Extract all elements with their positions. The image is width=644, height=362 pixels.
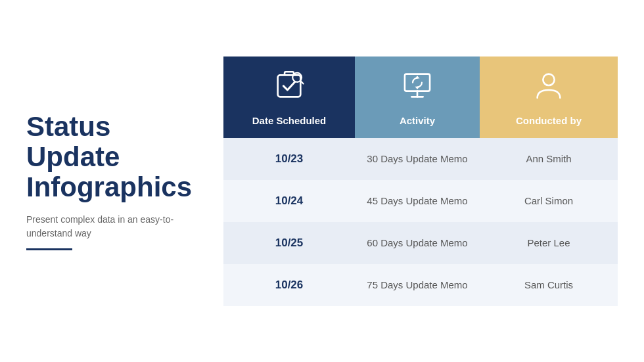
cell-conducted-by: Carl Simon <box>480 180 618 222</box>
table-row: 10/2675 Days Update MemoSam Curtis <box>223 264 618 306</box>
table-header: Date Scheduled <box>223 57 618 138</box>
monitor-refresh-icon <box>400 68 434 110</box>
table-area: Date Scheduled <box>223 57 618 306</box>
cell-conducted-by: Ann Smith <box>480 138 618 180</box>
cell-date: 10/25 <box>223 222 355 264</box>
left-panel: Status Update Infographics Present compl… <box>26 112 223 251</box>
cell-date: 10/23 <box>223 138 355 180</box>
cell-activity: 30 Days Update Memo <box>355 138 480 180</box>
activity-column-label: Activity <box>400 115 435 126</box>
table-row: 10/2445 Days Update MemoCarl Simon <box>223 180 618 222</box>
cell-date: 10/26 <box>223 264 355 306</box>
conducted-column-header: Conducted by <box>480 57 618 138</box>
title-divider <box>26 248 72 250</box>
calendar-check-icon <box>272 68 306 110</box>
cell-date: 10/24 <box>223 180 355 222</box>
person-icon <box>532 68 566 110</box>
cell-activity: 60 Days Update Memo <box>355 222 480 264</box>
svg-marker-6 <box>415 76 420 78</box>
cell-activity: 45 Days Update Memo <box>355 180 480 222</box>
svg-rect-0 <box>278 75 301 97</box>
activity-column-header: Activity <box>355 57 480 138</box>
cell-activity: 75 Days Update Memo <box>355 264 480 306</box>
svg-marker-7 <box>415 86 420 89</box>
cell-conducted-by: Peter Lee <box>480 222 618 264</box>
date-column-header: Date Scheduled <box>223 57 355 138</box>
table-body: 10/2330 Days Update MemoAnn Smith10/2445… <box>223 138 618 306</box>
table-row: 10/2560 Days Update MemoPeter Lee <box>223 222 618 264</box>
table-row: 10/2330 Days Update MemoAnn Smith <box>223 138 618 180</box>
date-column-label: Date Scheduled <box>252 115 327 126</box>
cell-conducted-by: Sam Curtis <box>480 264 618 306</box>
conducted-column-label: Conducted by <box>516 115 582 126</box>
subtitle: Present complex data in an easy-to-under… <box>26 213 210 240</box>
page-title: Status Update Infographics <box>26 112 210 203</box>
main-container: Status Update Infographics Present compl… <box>0 0 644 362</box>
svg-point-8 <box>543 74 554 85</box>
